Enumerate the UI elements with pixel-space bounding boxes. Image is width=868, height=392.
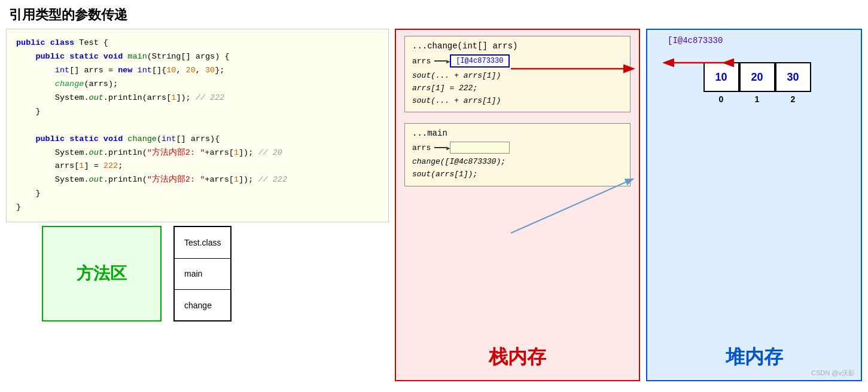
main-frame-title: ...main — [412, 128, 623, 138]
main-arrs-box — [450, 142, 510, 154]
watermark: CSDN @v沃影 — [811, 369, 855, 378]
method-zone-box: 方法区 — [42, 226, 162, 321]
page-title: 引用类型的参数传递 — [0, 0, 868, 29]
stack-label: 栈内存 — [404, 344, 631, 374]
svg-line-1 — [511, 179, 632, 233]
class-table: Test.class main change — [173, 226, 232, 321]
stack-panel: ...change(int[] arrs) arrs ▶ [I@4c873330… — [395, 29, 640, 381]
array-cell-1: 20 — [739, 62, 775, 92]
code-panel: public class Test { public static void m… — [6, 29, 389, 222]
array-index-2: 2 — [775, 94, 811, 104]
heap-panel: [I@4c873330 10 20 30 0 1 2 堆内存 — [646, 29, 862, 381]
change-frame-title: ...change(int[] arrs) — [412, 41, 623, 51]
array-index-1: 1 — [739, 94, 775, 104]
class-table-row-3: change — [175, 289, 231, 320]
change-frame: ...change(int[] arrs) arrs ▶ [I@4c873330… — [404, 36, 631, 112]
method-zone-label: 方法区 — [77, 262, 127, 285]
change-arrs-value: [I@4c873330 — [450, 54, 510, 68]
class-table-row-1: Test.class — [175, 227, 231, 258]
array-cell-2: 30 — [775, 62, 811, 92]
main-frame: ...main arrs ▶ change([I@4c873330); sout… — [404, 123, 631, 186]
heap-ref-label: [I@4c873330 — [668, 36, 723, 45]
array-index-0: 0 — [703, 94, 739, 104]
heap-label: 堆内存 — [726, 344, 783, 374]
array-cell-0: 10 — [703, 62, 739, 92]
array-visual: 10 20 30 — [703, 62, 811, 92]
class-table-row-2: main — [175, 258, 231, 289]
array-indices: 0 1 2 — [703, 92, 811, 104]
